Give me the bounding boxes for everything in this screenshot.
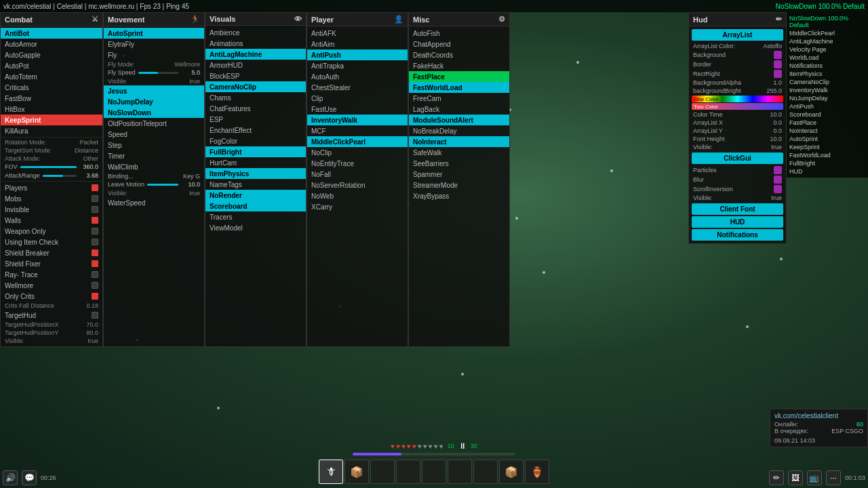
xraybypass-item[interactable]: XrayBypass [409, 190, 509, 201]
fastworldload-item[interactable]: FastWorldLoad [409, 82, 509, 93]
hotbar-slot-2[interactable]: 📦 [344, 460, 369, 484]
antiafk-item[interactable]: AntiAFK [307, 28, 408, 39]
freecam-item[interactable]: FreeCam [409, 93, 509, 104]
misc-header[interactable]: Misc ⚙ [409, 13, 509, 26]
particles-color[interactable] [774, 166, 782, 174]
autogapple-item[interactable]: AutoGapple [1, 49, 102, 60]
mobs-item[interactable]: Mobs [1, 193, 102, 204]
mcf-item[interactable]: MCF [307, 125, 408, 136]
safewalk-item[interactable]: SafeWalk [409, 147, 509, 158]
viewmodel-item[interactable]: ViewModel [205, 222, 306, 233]
autosprint-item[interactable]: AutoSprint [104, 28, 204, 39]
norender-item[interactable]: NoRender [205, 190, 306, 201]
cheststealer-item[interactable]: ChestStealer [307, 82, 408, 93]
autopot-item[interactable]: AutoPot [1, 60, 102, 71]
players-item[interactable]: Players [1, 182, 102, 193]
onlycrits-item[interactable]: Only Crits [1, 291, 102, 302]
autototem-item[interactable]: AutoTotem [1, 71, 102, 82]
walls-item[interactable]: Walls [1, 215, 102, 226]
noentitytrace-item[interactable]: NoEntityTrace [307, 158, 408, 169]
background-color[interactable] [774, 51, 782, 59]
leavemotion-slider[interactable] [147, 184, 178, 186]
elytraflyitem[interactable]: ElytraFly [104, 39, 204, 49]
fakehack-item[interactable]: FakeHack [409, 60, 509, 71]
fastplace-item[interactable]: FastPlace [409, 71, 509, 82]
weapononly-item[interactable]: Weapon Only [1, 226, 102, 237]
esp-item[interactable]: ESP [205, 114, 306, 125]
antipush-item[interactable]: AntiPush [307, 49, 408, 60]
pencil-icon[interactable]: ✏ [769, 470, 784, 485]
nojumpdelay-item[interactable]: NoJumpDelay [104, 96, 204, 107]
fogcolor-item[interactable]: FogColor [205, 136, 306, 146]
two-color-bar[interactable]: Two Color [692, 103, 783, 110]
deathcoords-item[interactable]: DeathCoords [409, 49, 509, 60]
waterspeed-item[interactable]: WaterSpeed [104, 197, 204, 208]
criticals-item[interactable]: Criticals [1, 82, 102, 93]
autofish-item[interactable]: AutoFish [409, 28, 509, 39]
shieldfixer-item[interactable]: Shield Fixer [1, 258, 102, 269]
image-icon[interactable]: 🖼 [788, 470, 803, 485]
chatfeatures-item[interactable]: ChatFeatures [205, 103, 306, 114]
fly-item[interactable]: Fly [104, 49, 204, 60]
notifications-button[interactable]: Notifications [692, 229, 783, 241]
jesus-item[interactable]: Jesus [104, 85, 204, 96]
oldpositionteleport-item[interactable]: OldPositionTeleport [104, 118, 204, 129]
rectright-color[interactable] [774, 70, 782, 78]
chatappend-item[interactable]: ChatAppend [409, 39, 509, 49]
screen-icon[interactable]: 📺 [807, 470, 822, 485]
tracers-item[interactable]: Tracers [205, 211, 306, 222]
spammer-item[interactable]: Spammer [409, 169, 509, 180]
chams-item[interactable]: Chams [205, 92, 306, 103]
cameranoclip-item[interactable]: CameraNoClip [205, 81, 306, 92]
border-color[interactable] [774, 60, 782, 68]
combat-header[interactable]: Combat ⚔ [1, 13, 102, 26]
more-icon[interactable]: ··· [826, 470, 841, 485]
fastuse-item[interactable]: FastUse [307, 104, 408, 115]
pause-icon[interactable]: ⏸ [458, 441, 467, 451]
blur-color[interactable] [774, 176, 782, 184]
nofall-item[interactable]: NoFall [307, 169, 408, 180]
clientfont-button[interactable]: Client Font [692, 203, 783, 215]
antitrapka-item[interactable]: AntiTrapka [307, 60, 408, 71]
hotbar-slot-4[interactable] [396, 460, 420, 484]
timer-item[interactable]: Timer [104, 150, 204, 161]
raytrace-item[interactable]: Ray- Trace [1, 269, 102, 280]
clip-item[interactable]: Clip [307, 93, 408, 104]
keepsprint-item[interactable]: KeepSprint [1, 115, 102, 125]
blockesp-item[interactable]: BlockESP [205, 70, 306, 81]
nointeract-item[interactable]: NoInteract [409, 136, 509, 147]
noclip-item[interactable]: NoClip [307, 147, 408, 158]
shieldbreaker-item[interactable]: Shield Breaker [1, 247, 102, 258]
hurtcam-item[interactable]: HurtCam [205, 157, 306, 168]
sound-icon[interactable]: 🔊 [3, 470, 18, 485]
nobreakdelay-item[interactable]: NoBreakDelay [409, 125, 509, 136]
hitbox-item[interactable]: HitBox [1, 104, 102, 115]
inventorywalk-item[interactable]: InventoryWalk [307, 115, 408, 125]
hotbar-slot-3[interactable] [370, 460, 395, 484]
streamermode-item[interactable]: StreamerMode [409, 180, 509, 190]
speed-item[interactable]: Speed [104, 129, 204, 140]
movement-header[interactable]: Movement 🏃 [104, 13, 204, 26]
antilagmachine-item[interactable]: AntiLagMachine [205, 49, 306, 60]
hotbar-slot-6[interactable] [448, 460, 472, 484]
usingitemcheck-item[interactable]: Using Item Check [1, 237, 102, 247]
noserverrotation-item[interactable]: NoServerRotation [307, 180, 408, 190]
lagback-item[interactable]: LagBack [409, 104, 509, 115]
nametags-item[interactable]: NameTags [205, 179, 306, 190]
hotbar-slot-7[interactable] [473, 460, 498, 484]
hud-header[interactable]: Hud ✏ [689, 13, 786, 26]
modulesoundalert-item[interactable]: ModuleSoundAlert [409, 115, 509, 125]
chat-icon[interactable]: 💬 [22, 470, 37, 485]
seebarriers-item[interactable]: SeeBarriers [409, 158, 509, 169]
fastbow-item[interactable]: FastBow [1, 93, 102, 104]
killaura-item[interactable]: KillAura [1, 125, 102, 136]
armorhud-item[interactable]: ArmorHUD [205, 60, 306, 70]
invisible-item[interactable]: Invisible [1, 204, 102, 215]
one-color-bar[interactable]: One Color [692, 96, 783, 102]
ambience-item[interactable]: Ambience [205, 27, 306, 38]
player-header[interactable]: Player 👤 [307, 13, 408, 26]
xcarry-item[interactable]: XCarry [307, 201, 408, 212]
visuals-header[interactable]: Visuals 👁 [205, 13, 306, 26]
fov-slider[interactable] [20, 166, 77, 168]
hotbar-slot-1[interactable]: 🗡 [319, 460, 343, 484]
